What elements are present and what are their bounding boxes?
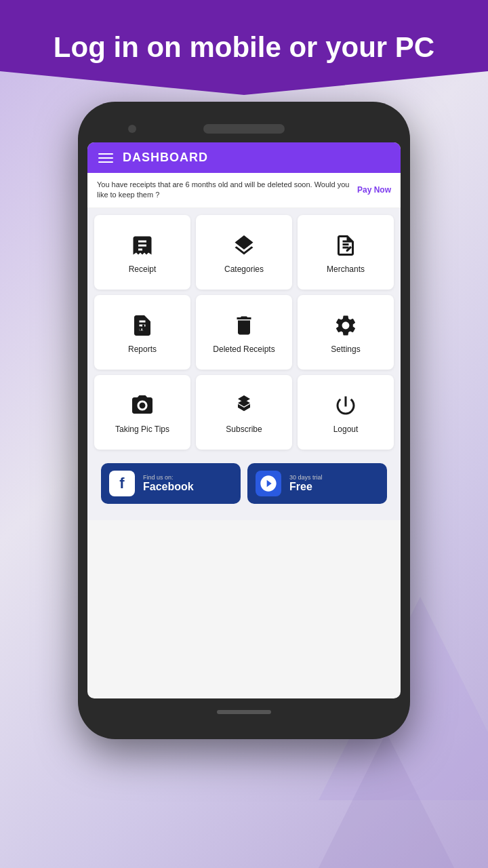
power-icon bbox=[333, 393, 358, 418]
grid-item-taking-pic-tips[interactable]: Taking Pic Tips bbox=[94, 375, 190, 450]
reports-label: Reports bbox=[128, 344, 157, 354]
edit-doc-icon bbox=[333, 233, 358, 258]
trial-main-label: Free bbox=[289, 481, 323, 493]
grid-item-subscribe[interactable]: Subscribe bbox=[196, 375, 292, 450]
phone-mockup: DASHBOARD You have receipts that are 6 m… bbox=[78, 102, 410, 739]
trial-button-text: 30 days trial Free bbox=[289, 474, 323, 493]
facebook-button[interactable]: f Find us on: Facebook bbox=[101, 463, 241, 504]
grid-item-reports[interactable]: Reports bbox=[94, 295, 190, 370]
trial-icon bbox=[256, 471, 281, 496]
phone-top bbox=[87, 115, 401, 142]
trash-icon bbox=[232, 313, 256, 338]
phone-outer: DASHBOARD You have receipts that are 6 m… bbox=[78, 102, 410, 739]
dashboard-grid: Receipt Categories Merchants bbox=[87, 208, 401, 520]
phone-speaker bbox=[203, 124, 285, 134]
taking-pic-tips-label: Taking Pic Tips bbox=[115, 425, 169, 434]
grid-row-3: Taking Pic Tips Subscribe Logout bbox=[94, 375, 394, 450]
logout-label: Logout bbox=[333, 425, 359, 434]
phone-screen: DASHBOARD You have receipts that are 6 m… bbox=[87, 142, 401, 698]
grid-item-deleted-receipts[interactable]: Deleted Receipts bbox=[196, 295, 292, 370]
grid-row-1: Receipt Categories Merchants bbox=[94, 215, 394, 290]
facebook-sub-label: Find us on: bbox=[143, 474, 194, 481]
grid-row-2: Reports Deleted Receipts Settings bbox=[94, 295, 394, 370]
facebook-button-text: Find us on: Facebook bbox=[143, 474, 194, 493]
app-header: DASHBOARD bbox=[87, 142, 401, 173]
hamburger-menu[interactable] bbox=[98, 153, 113, 163]
deleted-receipts-label: Deleted Receipts bbox=[213, 344, 274, 354]
grid-item-categories[interactable]: Categories bbox=[196, 215, 292, 290]
grid-item-receipt[interactable]: Receipt bbox=[94, 215, 190, 290]
merchants-label: Merchants bbox=[327, 264, 365, 274]
trial-button[interactable]: 30 days trial Free bbox=[247, 463, 387, 504]
phone-camera bbox=[128, 125, 136, 133]
categories-label: Categories bbox=[224, 264, 264, 274]
dropbox-icon bbox=[232, 393, 256, 418]
facebook-main-label: Facebook bbox=[143, 481, 194, 493]
notification-text: You have receipts that are 6 months old … bbox=[97, 180, 350, 201]
svg-rect-0 bbox=[140, 326, 142, 330]
gear-icon bbox=[333, 313, 358, 338]
layers-icon bbox=[232, 233, 256, 258]
trial-sub-label: 30 days trial bbox=[289, 474, 323, 481]
facebook-icon: f bbox=[109, 471, 135, 496]
footer-buttons: f Find us on: Facebook 3 bbox=[94, 455, 394, 513]
notification-bar: You have receipts that are 6 months old … bbox=[87, 173, 401, 208]
svg-rect-1 bbox=[142, 324, 144, 330]
receipt-icon bbox=[130, 233, 155, 258]
grid-item-logout[interactable]: Logout bbox=[298, 375, 394, 450]
page-title: Log in on mobile or your PC bbox=[54, 31, 434, 64]
pay-now-button[interactable]: Pay Now bbox=[357, 185, 391, 195]
chart-icon bbox=[130, 313, 155, 338]
settings-label: Settings bbox=[331, 344, 360, 354]
app-title: DASHBOARD bbox=[123, 151, 208, 165]
phone-bottom bbox=[87, 698, 401, 726]
subscribe-label: Subscribe bbox=[226, 425, 262, 434]
receipt-label: Receipt bbox=[129, 264, 157, 274]
grid-item-merchants[interactable]: Merchants bbox=[298, 215, 394, 290]
phone-home-indicator bbox=[217, 710, 271, 714]
grid-item-settings[interactable]: Settings bbox=[298, 295, 394, 370]
svg-rect-2 bbox=[134, 410, 140, 413]
camera-icon bbox=[130, 393, 155, 418]
